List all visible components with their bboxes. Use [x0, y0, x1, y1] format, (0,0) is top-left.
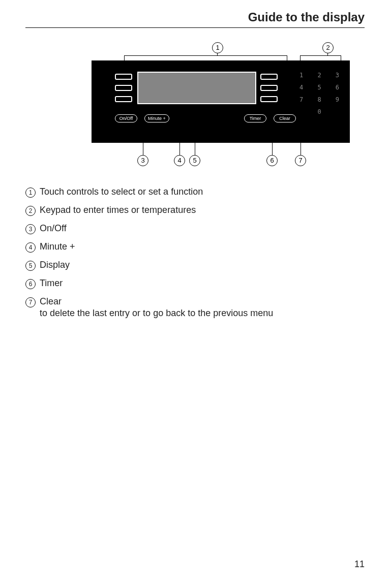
legend-num: 5 [25, 261, 36, 271]
leader-line [179, 123, 180, 155]
leader-line [287, 55, 287, 71]
leader-line [272, 123, 273, 155]
touch-control-right-2[interactable] [260, 85, 278, 91]
callout-5: 5 [189, 155, 200, 166]
key-3[interactable]: 3 [331, 72, 344, 79]
legend-list: 1 Touch controls to select or set a func… [25, 187, 365, 319]
page-number: 11 [354, 559, 365, 570]
legend-sub: to delete the last entry or to go back t… [40, 308, 365, 319]
leader-line [143, 123, 143, 155]
leader-line [300, 55, 301, 71]
leader-line [124, 55, 125, 71]
legend-item-5: 5 Display [25, 260, 365, 271]
callout-4: 4 [174, 155, 185, 166]
key-7[interactable]: 7 [295, 96, 308, 103]
display-screen [137, 72, 256, 104]
leader-line [301, 123, 301, 155]
legend-text: Display [40, 260, 365, 270]
legend-text: Timer [40, 278, 365, 289]
callout-2: 2 [322, 42, 334, 53]
leader-line [195, 106, 195, 155]
touch-control-right-3[interactable] [260, 96, 278, 102]
legend-num: 4 [25, 242, 36, 253]
legend-num: 2 [25, 206, 36, 216]
key-4[interactable]: 4 [295, 84, 308, 91]
touch-control-right-1[interactable] [260, 74, 278, 80]
callout-1: 1 [212, 42, 223, 53]
legend-text: Clear to delete the last entry or to go … [40, 296, 365, 319]
clear-button[interactable]: Clear [274, 114, 296, 122]
legend-num: 1 [25, 188, 36, 198]
legend-text: On/Off [40, 223, 365, 234]
minute-plus-button[interactable]: Minute + [144, 114, 169, 122]
legend-num: 7 [25, 297, 36, 307]
leader-line [300, 55, 341, 56]
legend-item-7: 7 Clear to delete the last entry or to g… [25, 296, 365, 319]
legend-item-6: 6 Timer [25, 278, 365, 289]
numeric-keypad: 1 2 3 4 5 6 7 8 9 0 [295, 72, 344, 115]
callout-6: 6 [266, 155, 278, 166]
title-divider [25, 27, 365, 28]
legend-num: 6 [25, 279, 36, 289]
key-2[interactable]: 2 [313, 72, 325, 79]
touch-control-left-3[interactable] [115, 96, 132, 102]
legend-main: Clear [40, 296, 62, 306]
legend-item-3: 3 On/Off [25, 223, 365, 234]
key-8[interactable]: 8 [313, 96, 325, 103]
touch-control-left-1[interactable] [115, 74, 132, 80]
onoff-button[interactable]: On/Off [115, 114, 137, 122]
key-9[interactable]: 9 [331, 96, 344, 103]
display-figure: On/Off Minute + Timer Clear 1 2 3 4 5 6 … [92, 42, 366, 174]
timer-button[interactable]: Timer [244, 114, 266, 122]
legend-item-2: 2 Keypad to enter times or temperatures [25, 205, 365, 216]
legend-text: Keypad to enter times or temperatures [40, 205, 365, 215]
legend-text: Touch controls to select or set a functi… [40, 187, 365, 197]
key-5[interactable]: 5 [313, 84, 325, 91]
leader-line [341, 55, 341, 71]
key-1[interactable]: 1 [295, 72, 308, 79]
legend-item-4: 4 Minute + [25, 241, 365, 253]
leader-line [124, 55, 287, 56]
callout-7: 7 [295, 155, 306, 166]
legend-text: Minute + [40, 241, 365, 252]
legend-item-1: 1 Touch controls to select or set a func… [25, 187, 365, 198]
callout-3: 3 [137, 155, 148, 166]
legend-num: 3 [25, 224, 36, 234]
touch-control-left-2[interactable] [115, 85, 132, 91]
page-title: Guide to the display [25, 10, 365, 24]
control-panel: On/Off Minute + Timer Clear 1 2 3 4 5 6 … [92, 60, 350, 143]
key-6[interactable]: 6 [331, 84, 344, 91]
key-0[interactable]: 0 [313, 108, 325, 115]
